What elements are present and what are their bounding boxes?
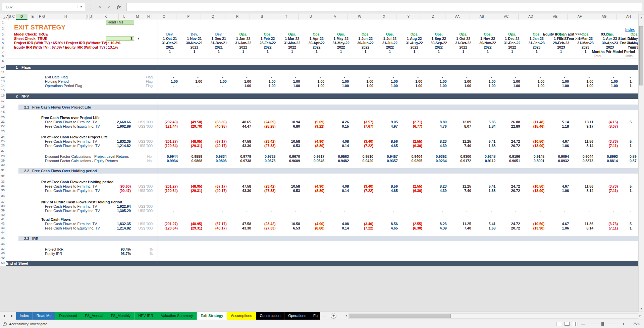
select-all-corner[interactable] [0, 14, 6, 20]
cell-S34[interactable]: (23.42) [256, 184, 280, 189]
year-U[interactable]: 2022 [304, 45, 329, 50]
cell-AA12[interactable]: - [451, 75, 476, 79]
tab-assumptions[interactable]: Assumptions [227, 312, 256, 320]
cell-T39[interactable]: - [280, 209, 304, 213]
cell-S26[interactable]: (27.33) [256, 144, 280, 148]
row-header-27[interactable]: 27 [0, 147, 6, 154]
col-header-W[interactable]: W [347, 14, 372, 20]
cell-X25[interactable]: 8.56 [378, 139, 402, 144]
months-S[interactable]: 1 [256, 50, 280, 54]
section-band-2[interactable]: 2NPV [6, 93, 638, 99]
months-AF[interactable]: 1 [573, 50, 598, 54]
col-header-Z[interactable]: Z [421, 14, 445, 20]
cell-X35[interactable]: 4.65 [378, 189, 402, 193]
cell-AC21[interactable]: 26.88 [500, 120, 524, 124]
cell-T13[interactable]: 1.00 [280, 79, 304, 84]
year-Q[interactable]: 2021 [207, 45, 231, 50]
cell-O43[interactable]: (120.64) [158, 226, 182, 231]
cell-Q38[interactable]: - [207, 204, 231, 209]
cell-Y21[interactable]: (2.71) [402, 120, 427, 124]
months-AE[interactable]: 1 [549, 50, 573, 54]
cell-AE12[interactable]: - [549, 75, 573, 79]
cell-AC13[interactable]: 1.00 [500, 79, 524, 84]
cell-P13[interactable]: 1.00 [182, 79, 207, 84]
cell-U29[interactable]: 0.9546 [304, 159, 329, 163]
total-value[interactable]: (90.47) [119, 189, 131, 193]
zoom-slider[interactable] [589, 324, 619, 324]
start-date-U[interactable]: 1-Apr-22 [304, 37, 329, 41]
row-header-31[interactable]: 31 [0, 167, 6, 173]
row-header-24[interactable]: 24 [0, 134, 6, 139]
cell-P38[interactable]: - [182, 204, 207, 209]
cell-P35[interactable]: (29.31) [182, 189, 207, 193]
cell-AC43[interactable]: 20.72 [500, 226, 524, 231]
cell-R29[interactable]: 0.9738 [231, 159, 256, 163]
cell-AG21[interactable]: (4.15) [598, 120, 622, 124]
cell-V21[interactable]: 4.26 [329, 120, 353, 124]
row-header-18[interactable]: 18 [0, 104, 6, 110]
cell-AE34[interactable]: 4.67 [549, 184, 573, 189]
cell-V14[interactable]: 1.00 [329, 84, 353, 88]
cell-Z21[interactable]: 8.80 [427, 120, 451, 124]
cell-U28[interactable]: 0.9617 [304, 154, 329, 159]
item-label[interactable]: Free Cash Flows to Firm Inc. TV [45, 120, 97, 124]
cell-AD14[interactable]: 1.00 [524, 84, 549, 88]
row-header-40[interactable]: 40 [0, 212, 6, 217]
row-header-3[interactable]: 3 [0, 32, 6, 37]
tab-npv-irr[interactable]: NPV-IRR [135, 312, 157, 320]
cell-V39[interactable]: - [329, 209, 353, 213]
cell-P42[interactable]: (48.95) [182, 222, 207, 226]
cell-Q14[interactable]: - [207, 84, 231, 88]
phase-AE[interactable]: Ops. [549, 32, 573, 37]
phase-AB[interactable]: Ops. [476, 32, 500, 37]
tab-dashboard[interactable]: Dashboard [55, 312, 81, 320]
phase-Z[interactable]: Ops. [427, 32, 451, 37]
start-date-W[interactable]: 1-Jun-22 [353, 37, 378, 41]
zoom-in-icon[interactable]: + [622, 322, 625, 326]
cell-T43[interactable]: 6.53 [280, 226, 304, 231]
start-date-S[interactable]: 1-Feb-22 [256, 37, 280, 41]
cell-Z14[interactable]: 1.00 [427, 84, 451, 88]
cell-AD21[interactable]: (11.48) [524, 120, 549, 124]
cell-X22[interactable]: 4.97 [378, 124, 402, 129]
group-label[interactable]: NPV of Future Cash Flows Post Holding Pe… [41, 200, 122, 204]
cell-U12[interactable]: - [304, 75, 329, 79]
cell-Z39[interactable]: - [427, 209, 451, 213]
total-value[interactable]: 93.4% [121, 247, 131, 252]
col-header-V[interactable]: V [323, 14, 347, 20]
year-AC[interactable]: 2022 [500, 45, 524, 50]
months-V[interactable]: 1 [329, 50, 353, 54]
cell-AG34[interactable]: (3.73) [598, 184, 622, 189]
col-header-I[interactable]: I [87, 14, 90, 20]
phase-AF[interactable]: Ops. [573, 32, 598, 37]
col-header-S[interactable]: S [250, 14, 274, 20]
cell-Q35[interactable]: (40.17) [207, 189, 231, 193]
cell-R28[interactable]: 0.9779 [231, 154, 256, 159]
cell-R12[interactable]: - [231, 75, 256, 79]
cell-O12[interactable]: - [158, 75, 182, 79]
end-date-AG[interactable]: 30-Apr-23 [598, 41, 622, 45]
months-T[interactable]: 1 [280, 50, 304, 54]
item-label[interactable]: Free Cash Flows to Firm Inc. TV [45, 139, 97, 144]
col-header-AA[interactable]: AA [445, 14, 470, 20]
exit-year-input[interactable]: 3 [106, 37, 134, 41]
cell-AE29[interactable]: 0.8932 [549, 159, 573, 163]
item-label[interactable]: Free Cash Flows to Equity Inc. TV [45, 144, 100, 148]
start-date-X[interactable]: 1-Jul-22 [378, 37, 402, 41]
cell-U26[interactable]: (8.80) [304, 144, 329, 148]
cell-AB43[interactable]: 1.68 [476, 226, 500, 231]
cell-T14[interactable]: 1.00 [280, 84, 304, 88]
cell-Y13[interactable]: 1.00 [402, 79, 427, 84]
cell-V22[interactable]: 0.15 [329, 124, 353, 129]
cell-U34[interactable]: (4.90) [304, 184, 329, 189]
cell-O39[interactable]: - [158, 209, 182, 213]
cell-AB21[interactable]: 5.85 [476, 120, 500, 124]
cell-Y35[interactable]: (6.30) [402, 189, 427, 193]
months-W[interactable]: 1 [353, 50, 378, 54]
end-date-X[interactable]: 31-Jul-22 [378, 41, 402, 45]
cell-X38[interactable]: - [378, 204, 402, 209]
col-header-L[interactable]: L [119, 14, 130, 20]
cell-W43[interactable]: (7.22) [353, 226, 378, 231]
row-header-50[interactable]: 50 [0, 260, 6, 266]
cell-Q22[interactable]: (40.98) [207, 124, 231, 129]
